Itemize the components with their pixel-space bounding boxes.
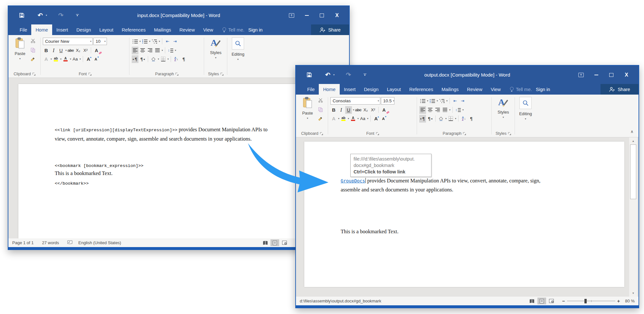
paste-button[interactable]: Paste ▾ — [11, 35, 29, 60]
align-left-button[interactable] — [419, 106, 426, 114]
sign-in[interactable]: Sign in — [246, 24, 265, 35]
vertical-scrollbar[interactable]: ▲ ▼ — [629, 137, 637, 297]
tell-me[interactable]: Tell me. — [221, 24, 246, 35]
editing-button[interactable]: Editing ▾ — [227, 35, 249, 61]
clipboard-dialog-launcher-icon[interactable] — [320, 132, 323, 135]
clear-formatting-button[interactable]: A — [93, 47, 100, 54]
align-center-button[interactable] — [139, 47, 146, 54]
align-left-button[interactable] — [132, 47, 138, 54]
read-mode-icon[interactable] — [528, 298, 536, 304]
highlight-button[interactable]: ab — [52, 55, 59, 63]
minimize-button[interactable] — [589, 66, 604, 84]
document-page[interactable]: <<link [uriExpression][displayTextExpres… — [18, 84, 325, 238]
underline-dropdown-icon[interactable]: ▾ — [65, 49, 67, 52]
close-button[interactable]: X — [619, 66, 634, 84]
tab-mailings[interactable]: Mailings — [150, 24, 175, 35]
web-layout-icon[interactable] — [280, 239, 289, 246]
editing-dropdown-icon[interactable]: ▾ — [525, 118, 526, 120]
tab-review[interactable]: Review — [175, 24, 199, 35]
language-indicator[interactable]: English (United States) — [78, 240, 121, 245]
titlebar[interactable]: ↶ ▾ ↷ ▾ output.docx [Compatibility Mode]… — [296, 66, 639, 84]
tab-layout[interactable]: Layout — [95, 24, 118, 35]
numbering-button[interactable] — [141, 38, 148, 45]
tab-file[interactable]: File — [303, 84, 319, 95]
superscript-button[interactable]: X² — [370, 106, 376, 114]
shrink-font-button[interactable]: A▼ — [92, 55, 99, 63]
tab-review[interactable]: Review — [463, 84, 487, 95]
redo-icon[interactable]: ↷ — [344, 71, 353, 78]
paragraph-dialog-launcher-icon[interactable] — [463, 132, 466, 135]
sign-in[interactable]: Sign in — [533, 84, 553, 95]
groupdocs-hyperlink[interactable]: GroupDocs — [341, 178, 365, 183]
font-color-dropdown-icon[interactable]: ▾ — [357, 117, 359, 120]
sort-button[interactable]: AZ↓ — [460, 115, 467, 123]
borders-dropdown-icon[interactable]: ▾ — [167, 58, 169, 60]
decrease-indent-button[interactable]: ⇤ — [452, 97, 459, 105]
highlight-dropdown-icon[interactable]: ▾ — [348, 117, 349, 120]
tab-home[interactable]: Home — [319, 84, 340, 95]
clipboard-dialog-launcher-icon[interactable] — [33, 73, 35, 76]
word-count[interactable]: 27 words — [42, 240, 59, 245]
zoom-percentage[interactable]: 80 % — [625, 299, 635, 303]
align-right-button[interactable] — [434, 106, 441, 114]
tab-file[interactable]: File — [15, 24, 31, 35]
show-formatting-marks-button[interactable]: ¶ — [180, 55, 187, 63]
strikethrough-button[interactable]: abe — [355, 106, 362, 114]
subscript-button[interactable]: X₂ — [362, 106, 369, 114]
copy-icon[interactable] — [31, 48, 35, 54]
font-color-button[interactable]: A — [62, 55, 69, 63]
styles-dialog-launcher-icon[interactable] — [221, 73, 223, 76]
tab-design[interactable]: Design — [72, 24, 95, 35]
redo-icon[interactable]: ↷ — [57, 12, 65, 19]
styles-dialog-launcher-icon[interactable] — [508, 132, 511, 135]
copy-icon[interactable] — [318, 107, 323, 114]
highlight-dropdown-icon[interactable]: ▾ — [60, 58, 62, 60]
sort-button[interactable]: AZ↓ — [173, 55, 180, 63]
undo-dropdown-icon[interactable]: ▾ — [44, 14, 48, 17]
rtl-direction-button[interactable]: ¶◀ — [139, 55, 146, 63]
zoom-slider-thumb[interactable] — [584, 299, 587, 303]
clear-formatting-button[interactable]: A — [381, 106, 387, 114]
highlight-button[interactable]: ab — [340, 115, 347, 123]
font-size-combo[interactable]: 10▾ — [93, 38, 107, 45]
borders-button[interactable] — [447, 115, 454, 123]
font-dialog-launcher-icon[interactable] — [89, 73, 91, 76]
shrink-font-button[interactable]: A▼ — [380, 115, 387, 123]
numbering-button[interactable] — [429, 97, 436, 105]
format-painter-icon[interactable] — [30, 57, 35, 63]
tab-design[interactable]: Design — [360, 84, 383, 95]
show-formatting-marks-button[interactable]: ¶ — [468, 115, 475, 123]
underline-button[interactable]: U — [345, 106, 352, 114]
justify-button[interactable] — [154, 47, 161, 54]
save-icon[interactable] — [304, 72, 314, 78]
bullets-button[interactable] — [132, 38, 138, 45]
font-size-combo[interactable]: 10.5▾ — [381, 97, 394, 105]
styles-dropdown-icon[interactable]: ▾ — [503, 116, 504, 119]
borders-button[interactable] — [160, 55, 166, 63]
maximize-button[interactable] — [314, 6, 329, 24]
tab-insert[interactable]: Insert — [52, 24, 72, 35]
page-indicator[interactable]: Page 1 of 1 — [12, 240, 34, 245]
text-effects-button[interactable]: A — [43, 55, 50, 63]
paste-dropdown-icon[interactable]: ▾ — [19, 58, 21, 60]
align-right-button[interactable] — [147, 47, 153, 54]
share-button[interactable]: Share — [311, 24, 349, 35]
rtl-direction-button[interactable]: ¶◀ — [427, 115, 433, 123]
maximize-button[interactable] — [604, 66, 619, 84]
paste-dropdown-icon[interactable]: ▾ — [307, 117, 308, 120]
read-mode-icon[interactable] — [261, 239, 270, 246]
font-name-combo[interactable]: Courier New▾ — [43, 38, 93, 45]
styles-dropdown-icon[interactable]: ▾ — [215, 57, 216, 59]
line-spacing-button[interactable]: ↕ — [167, 47, 174, 54]
scroll-up-icon[interactable]: ▲ — [629, 138, 637, 144]
editing-button[interactable]: Editing ▾ — [515, 95, 536, 120]
line-spacing-button[interactable]: ↕ — [455, 106, 461, 114]
zoom-slider[interactable] — [567, 301, 615, 301]
bullets-button[interactable] — [419, 97, 426, 105]
grow-font-button[interactable]: A▲ — [85, 55, 92, 63]
italic-button[interactable]: I — [338, 106, 345, 114]
underline-dropdown-icon[interactable]: ▾ — [353, 108, 354, 111]
multilevel-list-button[interactable] — [151, 38, 158, 45]
close-button[interactable]: X — [329, 6, 345, 24]
minimize-button[interactable] — [299, 6, 314, 24]
